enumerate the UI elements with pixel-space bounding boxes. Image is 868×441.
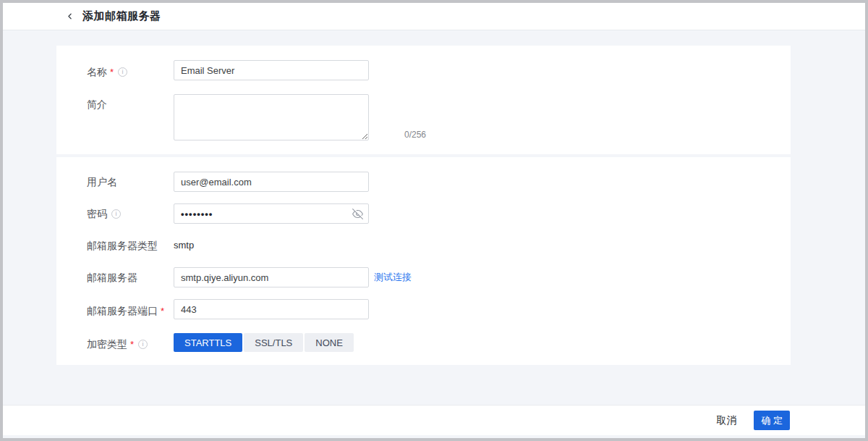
encryption-label: 加密类型 * i (87, 333, 174, 354)
page-title: 添加邮箱服务器 (82, 9, 161, 23)
username-row: 用户名 (87, 172, 791, 192)
server-host-row: 邮箱服务器 测试连接 (87, 267, 791, 287)
encryption-option-none[interactable]: NONE (305, 333, 354, 352)
password-input[interactable] (174, 203, 369, 224)
intro-textarea[interactable] (174, 94, 369, 140)
name-label: 名称 * i (87, 60, 174, 83)
server-type-value: smtp (174, 235, 194, 256)
server-host-label-text: 邮箱服务器 (87, 267, 137, 287)
server-port-label: 邮箱服务器端口 * (87, 299, 174, 322)
server-port-label-text: 邮箱服务器端口 (87, 301, 158, 321)
required-asterisk: * (110, 62, 114, 83)
server-type-label: 邮箱服务器类型 (87, 235, 174, 256)
name-row: 名称 * i (87, 60, 791, 83)
intro-label-text: 简介 (87, 94, 107, 114)
required-asterisk: * (161, 301, 164, 322)
back-icon[interactable] (64, 11, 75, 22)
basic-info-card: 名称 * i 简介 0/256 (56, 46, 791, 154)
password-row: 密码 i (87, 203, 791, 224)
name-label-text: 名称 (87, 62, 107, 82)
encryption-label-text: 加密类型 (87, 335, 127, 353)
intro-label: 简介 (87, 94, 174, 140)
cancel-button[interactable]: 取消 (716, 414, 736, 427)
test-connection-link[interactable]: 测试连接 (374, 267, 412, 287)
encryption-option-ssl-tls[interactable]: SSL/TLS (244, 333, 303, 352)
password-field-wrap (174, 203, 369, 224)
intro-row: 简介 0/256 (87, 94, 791, 140)
eye-off-icon[interactable] (352, 208, 363, 219)
password-label: 密码 i (87, 203, 174, 224)
username-input[interactable] (174, 172, 369, 192)
server-port-row: 邮箱服务器端口 * (87, 299, 791, 322)
encryption-segmented-control: STARTTLS SSL/TLS NONE (174, 333, 354, 354)
info-icon[interactable]: i (138, 340, 148, 349)
server-type-row: 邮箱服务器类型 smtp (87, 235, 791, 256)
server-type-label-text: 邮箱服务器类型 (87, 235, 158, 256)
name-input[interactable] (174, 60, 369, 80)
username-label: 用户名 (87, 172, 174, 192)
bottom-strip (3, 435, 865, 438)
confirm-button[interactable]: 确 定 (754, 411, 790, 430)
server-host-label: 邮箱服务器 (87, 267, 174, 287)
info-icon[interactable]: i (118, 67, 127, 77)
server-settings-card: 用户名 密码 i (56, 157, 791, 365)
username-label-text: 用户名 (87, 172, 117, 192)
password-label-text: 密码 (87, 203, 107, 224)
char-counter: 0/256 (404, 130, 426, 140)
server-port-input[interactable] (174, 299, 369, 319)
info-icon[interactable]: i (111, 209, 121, 219)
content-area: 名称 * i 简介 0/256 用户名 密码 i (3, 30, 865, 405)
required-asterisk: * (130, 335, 134, 354)
footer-action-bar: 取消 确 定 (3, 405, 865, 435)
server-host-input[interactable] (174, 267, 369, 287)
encryption-row: 加密类型 * i STARTTLS SSL/TLS NONE (87, 333, 791, 354)
header-bar: 添加邮箱服务器 (3, 3, 865, 30)
encryption-option-starttls[interactable]: STARTTLS (174, 333, 242, 352)
